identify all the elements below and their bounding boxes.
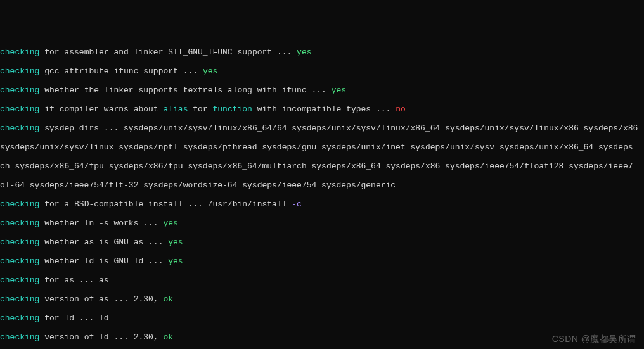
output-line: checking whether ld is GNU ld ... yes: [0, 257, 644, 266]
output-line: ch sysdeps/x86_64/fpu sysdeps/x86/fpu sy…: [0, 162, 644, 171]
output-line: checking gcc attribute ifunc support ...…: [0, 67, 644, 76]
output-line: checking for assembler and linker STT_GN…: [0, 48, 644, 57]
output-line: checking version of ld ... 2.30, ok: [0, 333, 644, 342]
output-line: checking whether as is GNU as ... yes: [0, 238, 644, 247]
output-line: checking sysdep dirs ... sysdeps/unix/sy…: [0, 124, 644, 133]
output-line: checking whether ln -s works ... yes: [0, 219, 644, 228]
output-line: checking if compiler warns about alias f…: [0, 105, 644, 114]
output-line: sysdeps/unix/sysv/linux sysdeps/nptl sys…: [0, 143, 644, 152]
output-line: checking for as ... as: [0, 276, 644, 285]
output-line: checking version of as ... 2.30, ok: [0, 295, 644, 304]
output-line: checking for ld ... ld: [0, 314, 644, 323]
terminal-output: checking for assembler and linker STT_GN…: [0, 38, 644, 349]
output-line: checking for a BSD-compatible install ..…: [0, 200, 644, 209]
output-line: ol-64 sysdeps/ieee754/flt-32 sysdeps/wor…: [0, 181, 644, 190]
watermark-text: CSDN @魔都吴所谓: [552, 334, 636, 344]
output-line: checking whether the linker supports tex…: [0, 86, 644, 95]
